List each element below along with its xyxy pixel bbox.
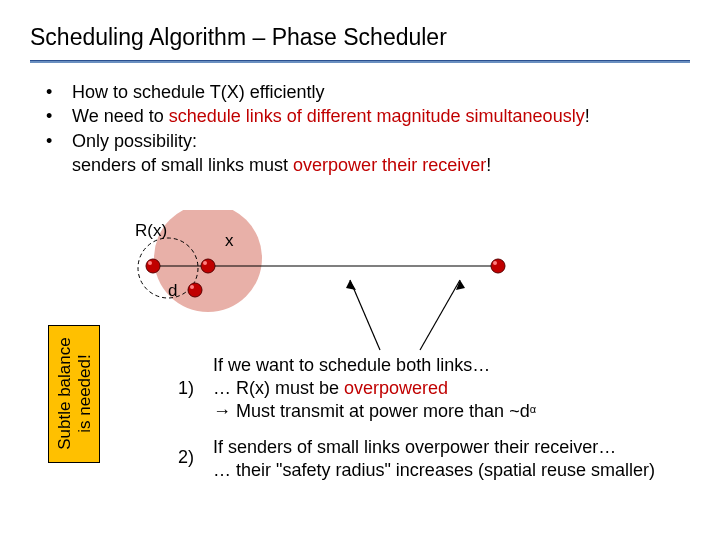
balance-line2: is needed!	[74, 355, 93, 433]
arrow-icon: →	[213, 401, 236, 421]
bullet-3-sub-pre: senders of small links must	[72, 155, 293, 175]
bullet-1: How to schedule T(X) efficiently	[72, 80, 324, 104]
point-1: 1) If we want to schedule both links… … …	[178, 354, 536, 423]
bullet-3-sub-post: !	[486, 155, 491, 175]
bullet-3-sub: senders of small links must overpower th…	[72, 153, 491, 177]
svg-point-6	[491, 259, 505, 273]
bullet-dot: •	[46, 104, 58, 128]
point-2: 2) If senders of small links overpower t…	[178, 436, 655, 482]
bullet-2-pre: We need to	[72, 106, 169, 126]
arrow-up-2	[420, 280, 460, 350]
svg-point-5	[190, 285, 194, 289]
svg-point-3	[203, 261, 207, 265]
node-bottom	[188, 283, 202, 297]
svg-point-2	[201, 259, 215, 273]
point-2-l2: … their "safety radius" increases (spati…	[213, 460, 655, 480]
svg-point-0	[146, 259, 160, 273]
point-1-num: 1)	[178, 377, 208, 400]
svg-point-1	[148, 261, 152, 265]
bullet-dot: •	[46, 80, 58, 104]
point-2-l1: If senders of small links overpower thei…	[213, 437, 616, 457]
bullet-2-red: schedule links of different magnitude si…	[169, 106, 585, 126]
bullet-list: • How to schedule T(X) efficiently • We …	[46, 80, 590, 177]
bullet-2: We need to schedule links of different m…	[72, 104, 590, 128]
x-label: x	[225, 231, 234, 250]
point-2-num: 2)	[178, 446, 208, 469]
d-label: d	[168, 281, 177, 300]
svg-point-7	[493, 261, 497, 265]
point-1-l3-sup: α	[530, 403, 536, 415]
point-1-l2-pre: … R(x) must be	[213, 378, 344, 398]
bullet-2-post: !	[585, 106, 590, 126]
bullet-3-sub-red: overpower their receiver	[293, 155, 486, 175]
arrow-up-1	[350, 280, 380, 350]
node-x	[201, 259, 215, 273]
node-left	[146, 259, 160, 273]
balance-callout: Subtle balance is needed!	[48, 325, 100, 463]
page-title: Scheduling Algorithm – Phase Scheduler	[30, 24, 447, 51]
bullet-dot: •	[46, 129, 58, 153]
title-divider	[30, 60, 690, 63]
svg-point-4	[188, 283, 202, 297]
bullet-3: Only possibility:	[72, 129, 197, 153]
point-1-l3: Must transmit at power more than ~d	[236, 401, 530, 421]
point-1-l1: If we want to schedule both links…	[213, 355, 490, 375]
rx-label: R(x)	[135, 221, 167, 240]
point-1-l2-red: overpowered	[344, 378, 448, 398]
node-far	[491, 259, 505, 273]
balance-line1: Subtle balance	[54, 338, 73, 450]
